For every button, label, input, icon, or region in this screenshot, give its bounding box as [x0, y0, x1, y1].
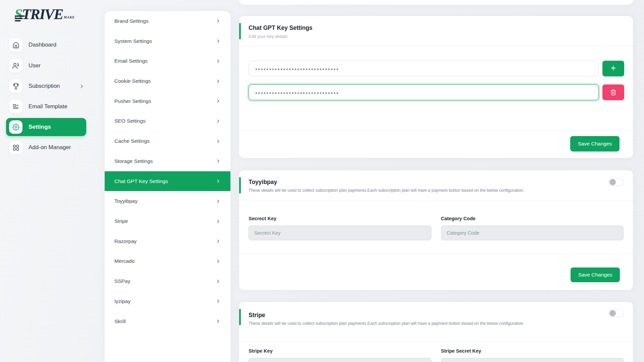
- previous-card-remnant: [239, 0, 633, 5]
- divider: [239, 201, 633, 201]
- sidebar: STRIVE MAKE Dashboard User Subscription: [0, 0, 96, 362]
- template-icon: [9, 100, 22, 113]
- chevron-right-icon: [216, 159, 220, 163]
- chevron-right-icon: [216, 199, 220, 203]
- logo-tagline: MAKE: [64, 8, 75, 26]
- api-key-input-1[interactable]: [249, 61, 599, 76]
- divider: [239, 130, 633, 131]
- toyyibpay-card: Toyyibpay These details will be used to …: [239, 170, 633, 290]
- field-label: Secrect Key: [249, 216, 431, 221]
- save-changes-button[interactable]: Save Changes: [570, 136, 620, 152]
- users-icon: [9, 59, 22, 72]
- api-key-row: +: [249, 61, 624, 76]
- card-description: These details will be used to collect su…: [249, 321, 623, 326]
- chevron-right-icon: [216, 39, 220, 43]
- stripe-key-input[interactable]: [249, 358, 431, 362]
- menu-item-seo-settings[interactable]: SEO Settings: [105, 111, 230, 131]
- api-key-input-2[interactable]: [249, 84, 599, 100]
- chevron-right-icon: [216, 99, 220, 103]
- trash-icon: [610, 89, 616, 96]
- logo-stripe: [15, 20, 21, 21]
- card-title: Stripe: [249, 312, 623, 319]
- sidebar-item-label: Subscription: [29, 83, 60, 89]
- sidebar-item-addon-manager[interactable]: Add-on Manager: [0, 137, 96, 158]
- sidebar-item-label: Dashboard: [29, 42, 56, 48]
- chevron-right-icon: [216, 119, 220, 123]
- chevron-right-icon: [216, 319, 220, 323]
- menu-item-iyzipay[interactable]: Iyzipay: [105, 291, 230, 311]
- menu-item-storage-settings[interactable]: Storage Settings: [105, 151, 230, 171]
- sidebar-item-label: Add-on Manager: [29, 144, 71, 151]
- card-title: Chat GPT Key Settings: [249, 24, 623, 32]
- menu-item-razorpay[interactable]: Razorpay: [105, 231, 230, 251]
- menu-item-pusher-settings[interactable]: Pusher Settings: [105, 91, 230, 111]
- brand-logo[interactable]: STRIVE MAKE: [14, 5, 75, 25]
- card-accent-bar: [239, 309, 241, 325]
- chevron-right-icon: [216, 299, 220, 303]
- api-key-row: [249, 84, 624, 100]
- logo-stripe: [15, 18, 23, 19]
- secret-key-input[interactable]: [249, 226, 431, 240]
- stripe-card: Stripe These details will be used to col…: [239, 302, 633, 362]
- sidebar-item-label: Email Template: [29, 103, 67, 110]
- chevron-right-icon: [216, 219, 220, 224]
- card-description: These details will be used to collect su…: [249, 188, 623, 193]
- card-subtitle: Edit your key details: [249, 34, 623, 39]
- menu-item-skrill[interactable]: Skrill: [105, 311, 230, 331]
- divider: [239, 342, 633, 342]
- sidebar-item-user[interactable]: User: [0, 55, 96, 76]
- chevron-right-icon: [216, 279, 220, 284]
- field-label: Category Code: [441, 216, 624, 221]
- logo-text: TRIVE: [22, 6, 63, 22]
- gear-icon: [9, 120, 22, 134]
- menu-item-mercado[interactable]: Mercado: [105, 251, 230, 272]
- divider: [239, 46, 633, 47]
- save-changes-button[interactable]: Save Changes: [571, 267, 620, 282]
- sidebar-item-label: User: [29, 62, 41, 69]
- toggle-knob: [609, 179, 616, 185]
- trophy-icon: [9, 79, 22, 93]
- stripe-toggle[interactable]: [608, 309, 624, 317]
- menu-item-toyyibpay[interactable]: Toyyibpay: [105, 191, 230, 211]
- toggle-knob: [609, 310, 616, 316]
- main-content: Chat GPT Key Settings Edit your key deta…: [239, 0, 633, 362]
- stripe-secret-key-input[interactable]: [441, 358, 624, 362]
- chevron-right-icon: [216, 179, 220, 183]
- category-code-input[interactable]: [441, 226, 624, 240]
- card-title: Toyyibpay: [249, 179, 623, 186]
- chatgpt-key-settings-card: Chat GPT Key Settings Edit your key deta…: [239, 16, 633, 158]
- menu-item-sspay[interactable]: SSPay: [105, 271, 230, 291]
- card-accent-bar: [239, 23, 241, 39]
- menu-item-chat-gpt-key-settings[interactable]: Chat GPT Key Settings: [105, 171, 230, 191]
- chevron-right-icon: [216, 139, 220, 143]
- toyyibpay-toggle[interactable]: [608, 178, 624, 186]
- chevron-right-icon: [216, 59, 220, 63]
- menu-item-email-settings[interactable]: Email Settings: [105, 51, 230, 71]
- delete-key-button[interactable]: [602, 84, 624, 100]
- add-key-button[interactable]: +: [602, 61, 624, 76]
- grid-icon: [9, 141, 22, 154]
- chevron-right-icon: [216, 239, 220, 243]
- chevron-right-icon: [216, 259, 220, 263]
- sidebar-item-email-template[interactable]: Email Template: [0, 96, 96, 117]
- logo-stripe: [15, 15, 25, 17]
- chevron-right-icon: [216, 19, 220, 23]
- menu-item-stripe[interactable]: Stripe: [105, 211, 230, 231]
- sidebar-item-settings[interactable]: Settings: [6, 118, 86, 136]
- menu-item-cache-settings[interactable]: Cache Settings: [105, 131, 230, 151]
- divider: [239, 254, 633, 255]
- card-accent-bar: [239, 177, 241, 193]
- menu-item-system-settings[interactable]: System Settings: [105, 31, 230, 51]
- sidebar-item-subscription[interactable]: Subscription: [0, 76, 96, 97]
- menu-item-brand-settings[interactable]: Brand Settings: [105, 11, 230, 31]
- chevron-right-icon: [79, 84, 84, 89]
- field-label: Stripe Secret Key: [441, 348, 624, 354]
- menu-item-cookie-settings[interactable]: Cookie Settings: [105, 71, 230, 91]
- settings-menu-panel: Brand Settings System Settings Email Set…: [105, 11, 230, 362]
- home-icon: [9, 38, 22, 52]
- sidebar-item-label: Settings: [29, 124, 51, 130]
- chevron-right-icon: [216, 79, 220, 83]
- field-label: Stripe Key: [249, 348, 431, 354]
- sidebar-item-dashboard[interactable]: Dashboard: [0, 35, 96, 55]
